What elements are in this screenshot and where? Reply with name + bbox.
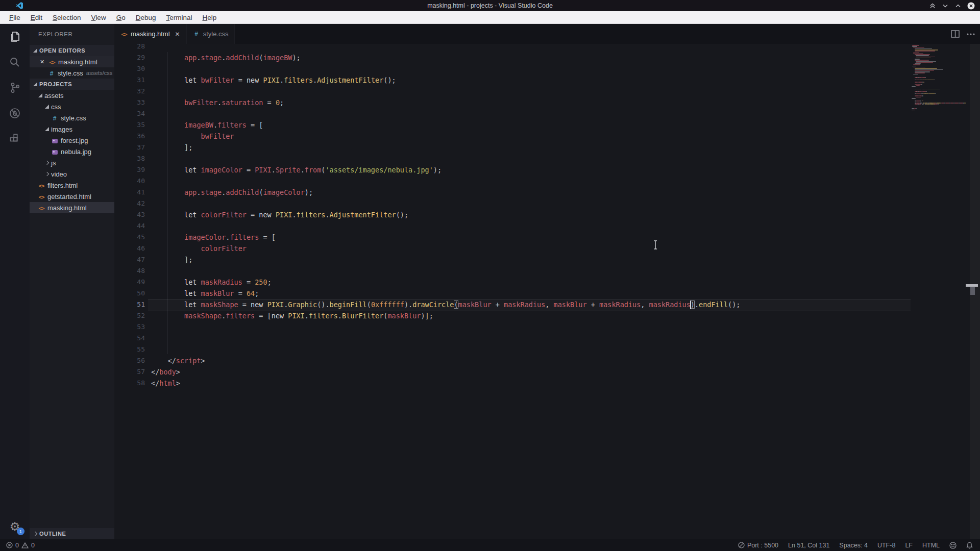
menu-file[interactable]: File <box>4 11 26 24</box>
code-line-40[interactable]: 40 <box>114 176 980 187</box>
close-button[interactable] <box>967 2 975 10</box>
tab-label: masking.html <box>131 30 170 38</box>
html-file-icon: <> <box>48 58 56 66</box>
activity-source-control[interactable] <box>0 75 30 101</box>
rollup-button[interactable] <box>928 2 937 10</box>
line-number: 53 <box>114 321 145 333</box>
code-line-38[interactable]: 38 <box>114 153 980 164</box>
tree-item-video[interactable]: video <box>30 168 114 180</box>
code-line-33[interactable]: 33 bwFilter.saturation = 0; <box>114 97 980 108</box>
status-right-lf[interactable]: LF <box>905 542 913 549</box>
code-line-57[interactable]: 57</body> <box>114 366 980 378</box>
status-bar: 00 Port : 5500Ln 51, Col 131Spaces: 4UTF… <box>0 539 980 551</box>
code-line-49[interactable]: 49 let maskRadius = 250; <box>114 277 980 288</box>
code-line-37[interactable]: 37 ]; <box>114 142 980 153</box>
status-right-spaces-4[interactable]: Spaces: 4 <box>839 542 868 549</box>
code-line-50[interactable]: 50 let maskBlur = 64; <box>114 288 980 299</box>
tree-item-js[interactable]: js <box>30 157 114 168</box>
line-number: 40 <box>114 176 145 187</box>
tree-item-filters.html[interactable]: <>filters.html <box>30 180 114 191</box>
tree-item-label: assets <box>44 92 64 99</box>
tree-item-getstarted.html[interactable]: <>getstarted.html <box>30 191 114 202</box>
code-line-32[interactable]: 32 <box>114 86 980 97</box>
close-tab-icon[interactable]: ✕ <box>175 31 180 38</box>
tree-item-nebula.jpg[interactable]: nebula.jpg <box>30 146 114 157</box>
tree-item-css[interactable]: css <box>30 101 114 112</box>
code-line-30[interactable]: 30 <box>114 63 980 74</box>
tree-item-assets[interactable]: assets <box>30 90 114 101</box>
code-line-54[interactable]: 54 <box>114 333 980 344</box>
activity-search[interactable] <box>0 49 30 75</box>
code-line-35[interactable]: 35 imageBW.filters = [ <box>114 119 980 131</box>
open-editor-item-masking.html[interactable]: ✕<>masking.html <box>30 56 114 67</box>
files-icon <box>8 30 21 43</box>
code-line-39[interactable]: 39 let imageColor = PIXI.Sprite.from('as… <box>114 164 980 176</box>
activity-debug[interactable] <box>0 101 30 126</box>
activity-extensions[interactable] <box>0 126 30 152</box>
status-right-html[interactable]: HTML <box>922 542 940 549</box>
code-line-45[interactable]: 45 imageColor.filters = [ <box>114 232 980 243</box>
code-line-46[interactable]: 46 colorFilter <box>114 243 980 254</box>
code-line-36[interactable]: 36 bwFilter <box>114 131 980 142</box>
maximize-button[interactable] <box>954 2 962 10</box>
status-right-utf-8[interactable]: UTF-8 <box>877 542 895 549</box>
settings-gear-button[interactable]: ⚙ 1 <box>7 519 22 534</box>
tree-item-masking.html[interactable]: <>masking.html <box>30 202 114 213</box>
image-file-icon <box>51 137 58 144</box>
tab-masking.html[interactable]: <>masking.html✕ <box>114 24 187 44</box>
code-line-48[interactable]: 48 <box>114 265 980 277</box>
line-number: 36 <box>114 131 145 142</box>
outline-section-header[interactable]: OUTLINE <box>30 528 114 539</box>
code-line-41[interactable]: 41 app.stage.addChild(imageColor); <box>114 187 980 198</box>
code-line-53[interactable]: 53 <box>114 321 980 333</box>
tab-style.css[interactable]: #style.css <box>187 24 235 44</box>
search-icon <box>8 56 21 69</box>
split-editor-button[interactable] <box>951 30 960 38</box>
status-right-ln-51-col-131[interactable]: Ln 51, Col 131 <box>788 542 829 549</box>
projects-section-header[interactable]: PROJECTS <box>30 79 114 90</box>
open-editor-item-style.css[interactable]: #style.cssassets/css <box>30 67 114 79</box>
status-right-notifications-bell-icon[interactable] <box>966 542 973 549</box>
code-line-44[interactable]: 44 <box>114 220 980 232</box>
code-line-43[interactable]: 43 let colorFilter = new PIXI.filters.Ad… <box>114 209 980 220</box>
menu-go[interactable]: Go <box>111 11 131 24</box>
menu-view[interactable]: View <box>86 11 111 24</box>
status-right-port-5500[interactable]: Port : 5500 <box>738 542 778 549</box>
code-line-52[interactable]: 52 maskShape.filters = [new PIXI.filters… <box>114 310 980 321</box>
line-number: 38 <box>114 153 145 164</box>
status-right-feedback-smiley-icon[interactable] <box>949 542 957 549</box>
title-bar[interactable]: masking.html - projects - Visual Studio … <box>0 0 980 11</box>
status-left-0[interactable]: 0 <box>21 542 35 549</box>
menu-help[interactable]: Help <box>197 11 222 24</box>
code-line-55[interactable]: 55 <box>114 344 980 355</box>
line-text: let maskBlur = 64; <box>151 288 259 299</box>
menu-debug[interactable]: Debug <box>131 11 161 24</box>
code-line-51[interactable]: 51 let maskShape = new PIXI.Graphic().be… <box>114 299 980 310</box>
open-editors-section-header[interactable]: OPEN EDITORS <box>30 45 114 56</box>
tree-item-style.css[interactable]: #style.css <box>30 112 114 123</box>
minimap[interactable] <box>911 44 967 539</box>
code-line-29[interactable]: 29 app.stage.addChild(imageBW); <box>114 52 980 63</box>
chevron-right-icon <box>33 532 38 536</box>
menu-edit[interactable]: Edit <box>26 11 47 24</box>
line-number: 29 <box>114 52 145 63</box>
code-line-47[interactable]: 47 ]; <box>114 254 980 265</box>
code-line-58[interactable]: 58</html> <box>114 378 980 389</box>
menu-terminal[interactable]: Terminal <box>161 11 197 24</box>
code-line-31[interactable]: 31 let bwFilter = new PIXI.filters.Adjus… <box>114 74 980 86</box>
bracket-match: ( <box>454 300 458 309</box>
activity-explorer[interactable] <box>0 24 30 49</box>
minimize-button[interactable] <box>941 2 949 10</box>
code-line-42[interactable]: 42 <box>114 198 980 209</box>
tree-item-forest.jpg[interactable]: forest.jpg <box>30 135 114 146</box>
code-editor[interactable]: 2829 app.stage.addChild(imageBW);3031 le… <box>114 44 980 539</box>
tree-item-images[interactable]: images <box>30 123 114 135</box>
more-actions-button[interactable] <box>967 33 975 35</box>
status-left-0[interactable]: 0 <box>6 542 19 549</box>
status-item-label: HTML <box>922 542 940 549</box>
close-editor-icon[interactable]: ✕ <box>40 59 45 64</box>
code-line-34[interactable]: 34 <box>114 108 980 119</box>
menu-selection[interactable]: Selection <box>47 11 86 24</box>
code-line-56[interactable]: 56 </script> <box>114 355 980 366</box>
code-line-28[interactable]: 28 <box>114 44 980 52</box>
